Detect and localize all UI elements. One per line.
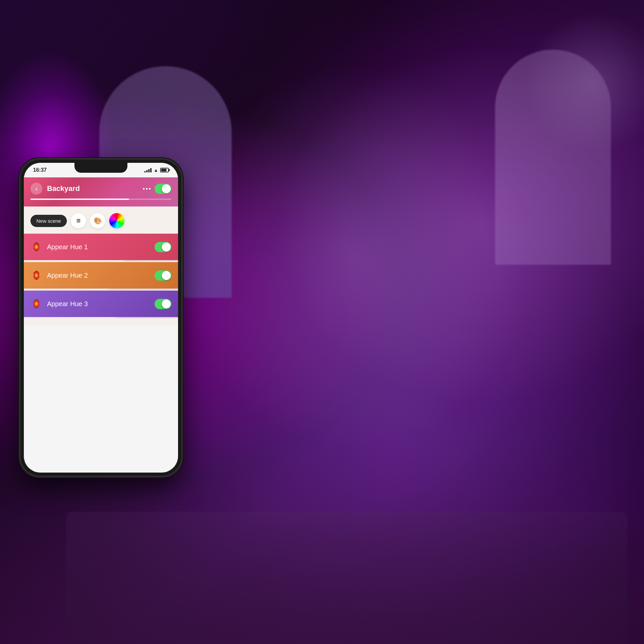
status-time: 16:37 bbox=[33, 167, 47, 173]
header-row: ‹ Backyard bbox=[30, 183, 171, 195]
scene-3-separator[interactable] bbox=[24, 317, 178, 318]
header-slider[interactable] bbox=[30, 199, 171, 200]
phone-notch bbox=[74, 163, 127, 173]
scene-item: 🏮 Appear Hue 2 bbox=[24, 262, 178, 290]
header-title: Backyard bbox=[47, 184, 143, 193]
header-slider-fill bbox=[30, 199, 129, 200]
scenes-list: 🏮 Appear Hue 1 bbox=[24, 234, 178, 326]
back-button[interactable]: ‹ bbox=[30, 183, 42, 195]
scene-3-toggle[interactable] bbox=[155, 299, 171, 309]
back-icon: ‹ bbox=[35, 185, 38, 193]
scene-1-toggle[interactable] bbox=[155, 242, 171, 252]
scene-2-slider-fill bbox=[24, 289, 109, 290]
scene-1-content: 🏮 Appear Hue 1 bbox=[24, 234, 178, 260]
header-toggle[interactable] bbox=[155, 184, 171, 194]
list-icon: ≡ bbox=[76, 216, 81, 225]
status-icons: ▲ bbox=[144, 167, 169, 173]
scene-item: 🏮 Appear Hue 3 bbox=[24, 291, 178, 318]
scene-3-name: Appear Hue 3 bbox=[47, 300, 155, 308]
palette-button[interactable]: 🎨 bbox=[90, 213, 105, 228]
scene-2-content: 🏮 Appear Hue 2 bbox=[24, 262, 178, 289]
app-header: ‹ Backyard bbox=[24, 177, 178, 207]
scene-2-icon: 🏮 bbox=[30, 269, 42, 281]
toolbar: New scene ≡ 🎨 bbox=[24, 207, 178, 234]
app-content: ‹ Backyard bbox=[24, 177, 178, 473]
scene-1-name: Appear Hue 1 bbox=[47, 243, 155, 251]
scene-item: 🏮 Appear Hue 1 bbox=[24, 234, 178, 261]
palette-icon: 🎨 bbox=[94, 217, 102, 225]
phone-mockup: 16:37 ▲ bbox=[20, 159, 182, 477]
scene-1-icon: 🏮 bbox=[30, 241, 42, 253]
phone-power-button bbox=[182, 238, 184, 271]
scene-3-slider-fill bbox=[24, 317, 116, 318]
scene-3-content: 🏮 Appear Hue 3 bbox=[24, 291, 178, 317]
person-right-silhouette bbox=[495, 50, 611, 265]
list-view-button[interactable]: ≡ bbox=[71, 213, 86, 228]
more-button[interactable] bbox=[143, 188, 151, 190]
dot-1 bbox=[143, 188, 145, 190]
color-wheel-button[interactable] bbox=[109, 213, 124, 228]
toggle-knob bbox=[162, 184, 171, 193]
battery-fill bbox=[161, 169, 166, 171]
phone-screen: 16:37 ▲ bbox=[24, 163, 178, 473]
scene-2-separator[interactable] bbox=[24, 289, 178, 290]
dot-3 bbox=[149, 188, 151, 190]
scene-2-toggle[interactable] bbox=[155, 270, 171, 281]
dot-2 bbox=[146, 188, 148, 190]
scene-2-name: Appear Hue 2 bbox=[47, 272, 155, 279]
new-scene-button[interactable]: New scene bbox=[30, 215, 67, 227]
phone-body: 16:37 ▲ bbox=[20, 159, 182, 477]
signal-icon bbox=[144, 168, 152, 172]
scene-1-separator[interactable] bbox=[24, 260, 178, 261]
battery-icon bbox=[160, 168, 169, 172]
scene-3-icon: 🏮 bbox=[30, 298, 42, 310]
wifi-icon: ▲ bbox=[154, 167, 158, 173]
scene-1-slider-fill bbox=[24, 260, 124, 261]
